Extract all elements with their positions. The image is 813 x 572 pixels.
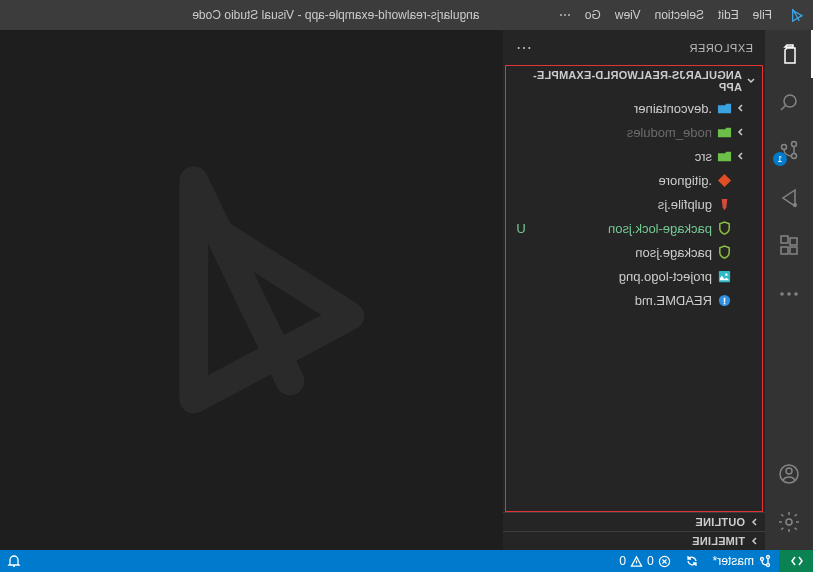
vscode-watermark-icon <box>122 160 382 420</box>
folder-label: src <box>514 149 712 164</box>
folder-row[interactable]: .devcontainer <box>506 96 762 120</box>
svg-rect-6 <box>790 247 797 254</box>
sidebar: EXPLORER ⋯ ANGULARJS-REALWORLD-EXAMPLE-A… <box>503 30 765 550</box>
chevron-right-icon <box>734 103 746 113</box>
activity-bar: 1 <box>765 30 813 550</box>
folder-icon <box>716 125 734 140</box>
sync-button[interactable] <box>678 550 706 572</box>
outline-label: OUTLINE <box>695 516 745 528</box>
title-bar: File Edit Selection View Go ⋯ angularjs-… <box>0 0 813 30</box>
branch-name: master* <box>713 554 754 568</box>
activity-more[interactable] <box>765 270 813 318</box>
activity-explorer[interactable] <box>765 30 813 78</box>
chevron-right-icon <box>747 536 761 546</box>
file-label: README.md <box>514 293 712 308</box>
svg-point-2 <box>792 154 797 159</box>
file-icon <box>716 173 734 188</box>
svg-point-21 <box>767 564 770 567</box>
sidebar-title: EXPLORER <box>689 42 753 54</box>
menu-go[interactable]: Go <box>578 0 608 30</box>
file-label: package-lock.json <box>528 221 712 236</box>
notifications-button[interactable] <box>0 550 28 572</box>
folder-label: node_modules <box>514 125 712 140</box>
menu-view[interactable]: View <box>608 0 648 30</box>
chevron-right-icon <box>734 151 746 161</box>
source-control-badge: 1 <box>773 152 787 166</box>
activity-settings[interactable] <box>765 498 813 546</box>
git-status-badge: U <box>514 221 528 236</box>
chevron-right-icon <box>734 127 746 137</box>
svg-point-14 <box>786 519 792 525</box>
root-label: ANGULARJS-REALWORLD-EXAMPLE-APP <box>510 69 742 93</box>
vscode-logo-icon <box>779 7 813 23</box>
file-icon <box>716 245 734 260</box>
file-row[interactable]: package.json <box>506 240 762 264</box>
svg-point-9 <box>795 293 797 295</box>
svg-point-16 <box>726 273 728 275</box>
branch-indicator[interactable]: master* <box>706 550 779 572</box>
folder-label: .devcontainer <box>514 101 712 116</box>
sidebar-more-icon[interactable]: ⋯ <box>515 38 532 57</box>
folder-row[interactable]: node_modules <box>506 120 762 144</box>
activity-run-debug[interactable] <box>765 174 813 222</box>
file-icon <box>716 197 734 212</box>
timeline-label: TIMELINE <box>692 535 745 547</box>
activity-source-control[interactable]: 1 <box>765 126 813 174</box>
svg-rect-18 <box>724 297 726 302</box>
warnings-count: 0 <box>619 554 626 568</box>
file-icon <box>716 221 734 236</box>
svg-rect-5 <box>790 238 797 245</box>
file-row[interactable]: project-logo.png <box>506 264 762 288</box>
folder-row[interactable]: src <box>506 144 762 168</box>
chevron-right-icon <box>747 517 761 527</box>
svg-point-11 <box>781 293 783 295</box>
chevron-down-icon <box>744 76 758 86</box>
file-row[interactable]: package-lock.jsonU <box>506 216 762 240</box>
svg-point-0 <box>784 95 796 107</box>
file-label: project-logo.png <box>514 269 712 284</box>
problems-indicator[interactable]: 0 0 <box>612 550 677 572</box>
svg-point-13 <box>786 468 792 474</box>
explorer-root[interactable]: ANGULARJS-REALWORLD-EXAMPLE-APP <box>506 66 762 96</box>
file-label: .gitignore <box>514 173 712 188</box>
svg-rect-8 <box>781 236 788 243</box>
sidebar-header: EXPLORER ⋯ <box>503 30 765 65</box>
file-icon <box>716 269 734 284</box>
svg-rect-15 <box>719 270 730 281</box>
menu-selection[interactable]: Selection <box>648 0 711 30</box>
folder-icon <box>716 101 734 116</box>
menu-edit[interactable]: Edit <box>711 0 746 30</box>
activity-extensions[interactable] <box>765 222 813 270</box>
explorer-highlight: ANGULARJS-REALWORLD-EXAMPLE-APP .devcont… <box>505 65 763 512</box>
activity-accounts[interactable] <box>765 450 813 498</box>
svg-point-4 <box>793 203 797 207</box>
editor-area <box>0 30 503 550</box>
outline-section[interactable]: OUTLINE <box>503 512 765 531</box>
file-icon <box>716 293 734 308</box>
errors-count: 0 <box>647 554 654 568</box>
menu-file[interactable]: File <box>746 0 779 30</box>
folder-icon <box>716 149 734 164</box>
svg-point-1 <box>792 142 797 147</box>
menu-overflow[interactable]: ⋯ <box>552 0 578 30</box>
window-title: angularjs-realworld-example-app - Visual… <box>0 8 552 22</box>
timeline-section[interactable]: TIMELINE <box>503 531 765 550</box>
remote-button[interactable] <box>779 550 813 572</box>
svg-point-3 <box>782 145 787 150</box>
menu-bar: File Edit Selection View Go ⋯ <box>552 0 779 30</box>
svg-point-19 <box>724 302 726 304</box>
status-bar: master* 0 0 <box>0 550 813 572</box>
file-label: package.json <box>514 245 712 260</box>
svg-point-10 <box>788 293 790 295</box>
file-row[interactable]: .gitignore <box>506 168 762 192</box>
svg-point-22 <box>761 558 764 561</box>
file-row[interactable]: README.md <box>506 288 762 312</box>
file-label: gulpfile.js <box>514 197 712 212</box>
activity-search[interactable] <box>765 78 813 126</box>
file-tree: .devcontainernode_modulessrc.gitignoregu… <box>506 96 762 511</box>
file-row[interactable]: gulpfile.js <box>506 192 762 216</box>
svg-rect-7 <box>781 247 788 254</box>
svg-point-20 <box>767 556 770 559</box>
